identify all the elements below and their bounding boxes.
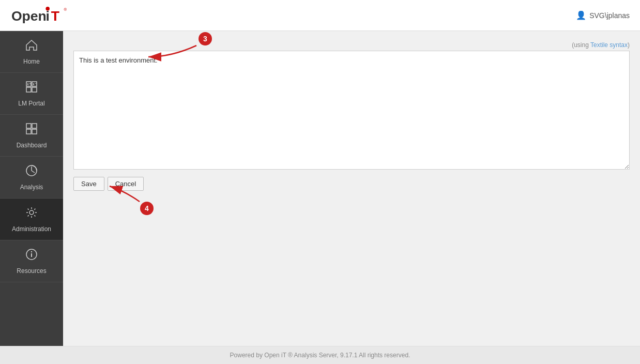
logo-svg: Open i T ®: [10, 6, 69, 25]
footer-text: Powered by Open iT ® Analysis Server, 9.…: [230, 352, 410, 359]
sidebar: Home LM Portal: [0, 31, 63, 346]
main-layout: Home LM Portal: [0, 31, 640, 346]
app-logo: Open i T ®: [10, 6, 69, 25]
svg-text:4: 4: [145, 204, 149, 213]
svg-rect-6: [32, 82, 37, 86]
textile-syntax-link[interactable]: Textile syntax: [590, 41, 628, 49]
svg-rect-16: [32, 129, 37, 134]
administration-label: Administration: [12, 225, 51, 233]
svg-rect-14: [32, 124, 37, 128]
footer: Powered by Open iT ® Analysis Server, 9.…: [0, 346, 640, 364]
user-info: 👤 SVG\jplanas: [576, 10, 630, 20]
user-icon: 👤: [576, 10, 586, 20]
dashboard-label: Dashboard: [17, 142, 47, 149]
svg-point-28: [140, 202, 154, 215]
textile-hint-close: ): [628, 41, 630, 49]
svg-text:Open: Open: [11, 8, 47, 23]
svg-point-23: [31, 251, 32, 252]
svg-rect-13: [26, 124, 31, 128]
textile-hint: (using Textile syntax): [73, 41, 630, 49]
analysis-label: Analysis: [20, 184, 43, 191]
svg-text:T: T: [51, 8, 59, 23]
sidebar-item-lm-portal[interactable]: LM Portal: [0, 73, 63, 115]
resources-label: Resources: [17, 267, 46, 275]
resources-icon: [25, 248, 38, 264]
message-textarea[interactable]: This is a test environment.: [73, 51, 630, 170]
sidebar-item-dashboard[interactable]: Dashboard: [0, 115, 63, 157]
lm-portal-label: LM Portal: [18, 100, 44, 107]
main-content: (using Textile syntax) This is a test en…: [63, 31, 640, 346]
svg-text:®: ®: [64, 7, 67, 11]
sidebar-item-home[interactable]: Home: [0, 31, 63, 73]
svg-point-3: [45, 6, 50, 10]
save-button[interactable]: Save: [73, 177, 104, 191]
app-header: Open i T ® 👤 SVG\jplanas: [0, 0, 640, 31]
home-icon: [25, 38, 38, 55]
sidebar-item-analysis[interactable]: Analysis: [0, 157, 63, 199]
button-row: Save Cancel: [73, 177, 630, 191]
administration-icon: [25, 206, 38, 222]
username-label: SVG\jplanas: [589, 11, 630, 20]
textile-hint-text: (using: [572, 41, 590, 49]
analysis-icon: [25, 164, 38, 180]
svg-line-19: [32, 171, 35, 173]
svg-point-20: [29, 210, 34, 215]
lm-portal-icon: [25, 80, 38, 97]
cancel-button[interactable]: Cancel: [108, 177, 144, 191]
home-label: Home: [23, 58, 40, 65]
sidebar-item-administration[interactable]: Administration: [0, 199, 63, 240]
svg-rect-7: [26, 87, 31, 92]
sidebar-item-resources[interactable]: Resources: [0, 240, 63, 282]
svg-rect-8: [32, 87, 37, 92]
dashboard-icon: [25, 122, 38, 139]
svg-rect-15: [26, 129, 31, 134]
